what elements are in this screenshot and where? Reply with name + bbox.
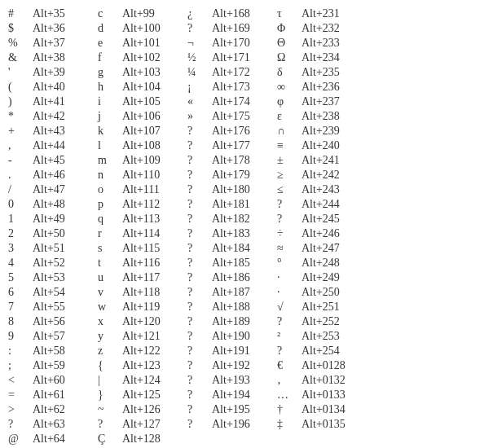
character-cell: ?: [187, 329, 212, 344]
alt-code-cell: Alt+0132: [302, 373, 367, 388]
alt-code-cell: Alt+238: [302, 109, 367, 124]
character-cell: 7: [8, 300, 33, 314]
alt-code-cell: Alt+171: [212, 51, 277, 65]
character-cell: ?: [277, 212, 302, 226]
character-cell: δ: [277, 65, 302, 80]
alt-code-row: 'Alt+39: [8, 65, 98, 80]
alt-code-row: +Alt+43: [8, 124, 98, 138]
alt-code-row: ?Alt+195: [187, 402, 277, 417]
alt-code-cell: Alt+112: [122, 197, 187, 212]
character-cell: ≥: [277, 168, 302, 182]
alt-code-row: <Alt+60: [8, 373, 98, 388]
alt-code-cell: Alt+102: [122, 51, 187, 65]
alt-code-row: ?Alt+182: [187, 212, 277, 226]
alt-code-cell: Alt+237: [302, 94, 367, 109]
character-cell: n: [98, 168, 122, 182]
alt-code-row: jAlt+106: [98, 109, 187, 124]
alt-code-cell: Alt+39: [33, 65, 98, 80]
alt-code-cell: Alt+104: [122, 80, 187, 94]
alt-code-cell: Alt+180: [212, 182, 277, 197]
alt-code-row: ΦAlt+232: [277, 21, 367, 36]
character-cell: t: [98, 256, 122, 270]
alt-code-cell: Alt+116: [122, 256, 187, 270]
alt-code-cell: Alt+59: [33, 358, 98, 373]
alt-code-row: hAlt+104: [98, 80, 187, 94]
alt-code-cell: Alt+125: [122, 388, 187, 402]
character-cell: ?: [8, 417, 33, 432]
alt-code-row: (Alt+40: [8, 80, 98, 94]
alt-code-row: 5Alt+53: [8, 270, 98, 285]
character-cell: x: [98, 314, 122, 329]
alt-code-row: ¿Alt+168: [187, 7, 277, 21]
alt-code-cell: Alt+127: [122, 417, 187, 432]
alt-code-cell: Alt+168: [212, 7, 277, 21]
alt-code-cell: Alt+107: [122, 124, 187, 138]
character-cell: i: [98, 94, 122, 109]
alt-code-row: †Alt+0134: [277, 402, 367, 417]
character-cell: ≤: [277, 182, 302, 197]
alt-code-row: ?Alt+244: [277, 197, 367, 212]
columns-container: #Alt+35$Alt+36%Alt+37&Alt+38'Alt+39(Alt+…: [8, 7, 493, 446]
character-cell: ,: [8, 138, 33, 153]
alt-code-row: #Alt+35: [8, 7, 98, 21]
character-cell: 6: [8, 285, 33, 300]
character-cell: y: [98, 329, 122, 344]
alt-code-cell: Alt+192: [212, 358, 277, 373]
character-cell: h: [98, 80, 122, 94]
alt-code-row: ?Alt+127: [98, 417, 187, 432]
alt-code-cell: Alt+187: [212, 285, 277, 300]
character-cell: ¬: [187, 36, 212, 51]
character-cell: {: [98, 358, 122, 373]
character-cell: e: [98, 36, 122, 51]
character-cell: f: [98, 51, 122, 65]
character-cell: ∞: [277, 80, 302, 94]
alt-code-cell: Alt+175: [212, 109, 277, 124]
character-cell: ?: [187, 373, 212, 388]
alt-code-cell: Alt+120: [122, 314, 187, 329]
alt-code-row: qAlt+113: [98, 212, 187, 226]
alt-code-row: lAlt+108: [98, 138, 187, 153]
character-cell: ?: [187, 138, 212, 153]
alt-code-cell: Alt+40: [33, 80, 98, 94]
alt-code-row: iAlt+105: [98, 94, 187, 109]
alt-code-cell: Alt+44: [33, 138, 98, 153]
alt-code-row: 7Alt+55: [8, 300, 98, 314]
alt-code-row: ΩAlt+234: [277, 51, 367, 65]
alt-code-cell: Alt+54: [33, 285, 98, 300]
character-cell: ': [8, 65, 33, 80]
alt-code-row: dAlt+100: [98, 21, 187, 36]
alt-code-row: eAlt+101: [98, 36, 187, 51]
alt-code-cell: Alt+42: [33, 109, 98, 124]
character-cell: 3: [8, 241, 33, 256]
alt-code-cell: Alt+45: [33, 153, 98, 168]
character-cell: ·: [277, 285, 302, 300]
character-cell: u: [98, 270, 122, 285]
character-cell: ?: [187, 358, 212, 373]
alt-code-row: xAlt+120: [98, 314, 187, 329]
alt-code-row: τAlt+231: [277, 7, 367, 21]
alt-code-cell: Alt+188: [212, 300, 277, 314]
character-cell: 8: [8, 314, 33, 329]
character-cell: j: [98, 109, 122, 124]
character-cell: |: [98, 373, 122, 388]
character-cell: ±: [277, 153, 302, 168]
column-3: ¿Alt+168?Alt+169¬Alt+170½Alt+171¼Alt+172…: [187, 7, 277, 446]
alt-code-cell: Alt+189: [212, 314, 277, 329]
character-cell: 1: [8, 212, 33, 226]
alt-code-row: ±Alt+241: [277, 153, 367, 168]
alt-code-cell: Alt+110: [122, 168, 187, 182]
alt-code-cell: Alt+64: [33, 432, 98, 446]
alt-code-row: ∩Alt+239: [277, 124, 367, 138]
alt-code-row: ≤Alt+243: [277, 182, 367, 197]
character-cell: .: [8, 168, 33, 182]
character-cell: ?: [187, 388, 212, 402]
alt-code-row: ½Alt+171: [187, 51, 277, 65]
alt-code-cell: Alt+174: [212, 94, 277, 109]
alt-code-cell: Alt+106: [122, 109, 187, 124]
alt-code-cell: Alt+176: [212, 124, 277, 138]
alt-code-cell: Alt+248: [302, 256, 367, 270]
alt-code-reference: #Alt+35$Alt+36%Alt+37&Alt+38'Alt+39(Alt+…: [8, 7, 493, 446]
character-cell: ?: [187, 256, 212, 270]
alt-code-cell: Alt+51: [33, 241, 98, 256]
alt-code-cell: Alt+57: [33, 329, 98, 344]
